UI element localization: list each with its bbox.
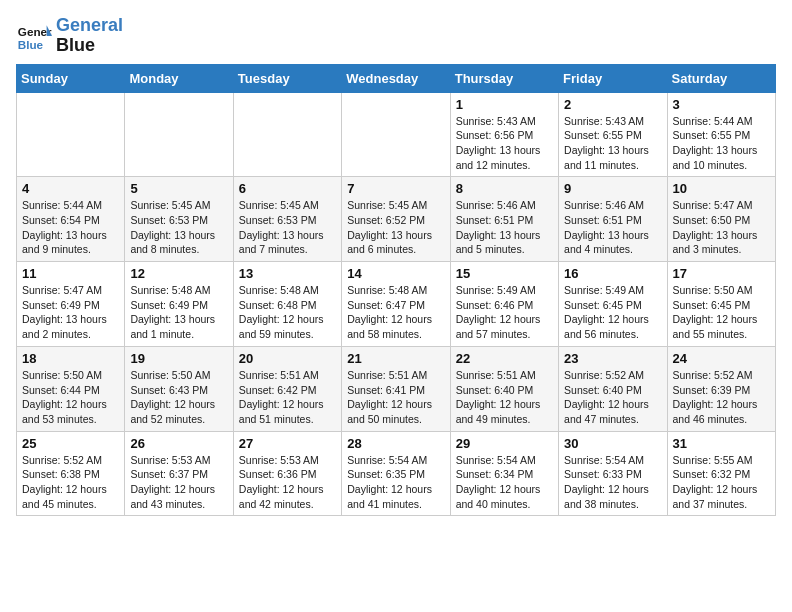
day-number: 3: [673, 97, 770, 112]
day-info: Sunrise: 5:52 AM Sunset: 6:38 PM Dayligh…: [22, 453, 119, 512]
day-number: 4: [22, 181, 119, 196]
col-header-saturday: Saturday: [667, 64, 775, 92]
day-number: 2: [564, 97, 661, 112]
day-info: Sunrise: 5:43 AM Sunset: 6:55 PM Dayligh…: [564, 114, 661, 173]
week-row-3: 11Sunrise: 5:47 AM Sunset: 6:49 PM Dayli…: [17, 262, 776, 347]
day-info: Sunrise: 5:54 AM Sunset: 6:33 PM Dayligh…: [564, 453, 661, 512]
day-cell: 25Sunrise: 5:52 AM Sunset: 6:38 PM Dayli…: [17, 431, 125, 516]
day-number: 14: [347, 266, 444, 281]
day-number: 26: [130, 436, 227, 451]
day-info: Sunrise: 5:47 AM Sunset: 6:50 PM Dayligh…: [673, 198, 770, 257]
day-info: Sunrise: 5:48 AM Sunset: 6:48 PM Dayligh…: [239, 283, 336, 342]
col-header-monday: Monday: [125, 64, 233, 92]
day-cell: 15Sunrise: 5:49 AM Sunset: 6:46 PM Dayli…: [450, 262, 558, 347]
day-info: Sunrise: 5:52 AM Sunset: 6:40 PM Dayligh…: [564, 368, 661, 427]
day-number: 27: [239, 436, 336, 451]
day-info: Sunrise: 5:50 AM Sunset: 6:45 PM Dayligh…: [673, 283, 770, 342]
day-cell: 20Sunrise: 5:51 AM Sunset: 6:42 PM Dayli…: [233, 346, 341, 431]
day-cell: 2Sunrise: 5:43 AM Sunset: 6:55 PM Daylig…: [559, 92, 667, 177]
day-info: Sunrise: 5:45 AM Sunset: 6:52 PM Dayligh…: [347, 198, 444, 257]
day-cell: 12Sunrise: 5:48 AM Sunset: 6:49 PM Dayli…: [125, 262, 233, 347]
day-number: 22: [456, 351, 553, 366]
day-info: Sunrise: 5:55 AM Sunset: 6:32 PM Dayligh…: [673, 453, 770, 512]
day-cell: 13Sunrise: 5:48 AM Sunset: 6:48 PM Dayli…: [233, 262, 341, 347]
day-info: Sunrise: 5:54 AM Sunset: 6:34 PM Dayligh…: [456, 453, 553, 512]
day-cell: 6Sunrise: 5:45 AM Sunset: 6:53 PM Daylig…: [233, 177, 341, 262]
col-header-thursday: Thursday: [450, 64, 558, 92]
logo-icon: General Blue: [16, 18, 52, 54]
day-cell: 27Sunrise: 5:53 AM Sunset: 6:36 PM Dayli…: [233, 431, 341, 516]
day-cell: [342, 92, 450, 177]
day-cell: 31Sunrise: 5:55 AM Sunset: 6:32 PM Dayli…: [667, 431, 775, 516]
day-info: Sunrise: 5:46 AM Sunset: 6:51 PM Dayligh…: [456, 198, 553, 257]
svg-text:Blue: Blue: [18, 37, 44, 50]
day-cell: 1Sunrise: 5:43 AM Sunset: 6:56 PM Daylig…: [450, 92, 558, 177]
day-number: 17: [673, 266, 770, 281]
day-cell: [233, 92, 341, 177]
day-info: Sunrise: 5:54 AM Sunset: 6:35 PM Dayligh…: [347, 453, 444, 512]
day-number: 1: [456, 97, 553, 112]
day-cell: 16Sunrise: 5:49 AM Sunset: 6:45 PM Dayli…: [559, 262, 667, 347]
week-row-1: 1Sunrise: 5:43 AM Sunset: 6:56 PM Daylig…: [17, 92, 776, 177]
day-cell: 17Sunrise: 5:50 AM Sunset: 6:45 PM Dayli…: [667, 262, 775, 347]
day-number: 16: [564, 266, 661, 281]
day-info: Sunrise: 5:48 AM Sunset: 6:49 PM Dayligh…: [130, 283, 227, 342]
day-info: Sunrise: 5:44 AM Sunset: 6:55 PM Dayligh…: [673, 114, 770, 173]
day-info: Sunrise: 5:49 AM Sunset: 6:46 PM Dayligh…: [456, 283, 553, 342]
day-cell: 21Sunrise: 5:51 AM Sunset: 6:41 PM Dayli…: [342, 346, 450, 431]
day-cell: 9Sunrise: 5:46 AM Sunset: 6:51 PM Daylig…: [559, 177, 667, 262]
day-number: 29: [456, 436, 553, 451]
day-cell: 24Sunrise: 5:52 AM Sunset: 6:39 PM Dayli…: [667, 346, 775, 431]
page-header: General Blue GeneralBlue: [16, 16, 776, 56]
day-number: 23: [564, 351, 661, 366]
day-cell: [17, 92, 125, 177]
day-number: 6: [239, 181, 336, 196]
day-info: Sunrise: 5:47 AM Sunset: 6:49 PM Dayligh…: [22, 283, 119, 342]
day-cell: 3Sunrise: 5:44 AM Sunset: 6:55 PM Daylig…: [667, 92, 775, 177]
day-info: Sunrise: 5:53 AM Sunset: 6:36 PM Dayligh…: [239, 453, 336, 512]
day-info: Sunrise: 5:44 AM Sunset: 6:54 PM Dayligh…: [22, 198, 119, 257]
day-info: Sunrise: 5:51 AM Sunset: 6:42 PM Dayligh…: [239, 368, 336, 427]
calendar-table: SundayMondayTuesdayWednesdayThursdayFrid…: [16, 64, 776, 517]
col-header-tuesday: Tuesday: [233, 64, 341, 92]
day-cell: 19Sunrise: 5:50 AM Sunset: 6:43 PM Dayli…: [125, 346, 233, 431]
day-info: Sunrise: 5:50 AM Sunset: 6:44 PM Dayligh…: [22, 368, 119, 427]
day-cell: 30Sunrise: 5:54 AM Sunset: 6:33 PM Dayli…: [559, 431, 667, 516]
logo: General Blue GeneralBlue: [16, 16, 123, 56]
day-info: Sunrise: 5:51 AM Sunset: 6:41 PM Dayligh…: [347, 368, 444, 427]
col-header-friday: Friday: [559, 64, 667, 92]
day-number: 20: [239, 351, 336, 366]
day-info: Sunrise: 5:51 AM Sunset: 6:40 PM Dayligh…: [456, 368, 553, 427]
day-number: 31: [673, 436, 770, 451]
day-number: 5: [130, 181, 227, 196]
day-number: 28: [347, 436, 444, 451]
day-cell: 14Sunrise: 5:48 AM Sunset: 6:47 PM Dayli…: [342, 262, 450, 347]
col-header-sunday: Sunday: [17, 64, 125, 92]
day-number: 30: [564, 436, 661, 451]
day-cell: 4Sunrise: 5:44 AM Sunset: 6:54 PM Daylig…: [17, 177, 125, 262]
day-info: Sunrise: 5:43 AM Sunset: 6:56 PM Dayligh…: [456, 114, 553, 173]
day-cell: 8Sunrise: 5:46 AM Sunset: 6:51 PM Daylig…: [450, 177, 558, 262]
day-cell: 10Sunrise: 5:47 AM Sunset: 6:50 PM Dayli…: [667, 177, 775, 262]
day-info: Sunrise: 5:46 AM Sunset: 6:51 PM Dayligh…: [564, 198, 661, 257]
day-number: 8: [456, 181, 553, 196]
day-number: 15: [456, 266, 553, 281]
week-row-5: 25Sunrise: 5:52 AM Sunset: 6:38 PM Dayli…: [17, 431, 776, 516]
day-number: 10: [673, 181, 770, 196]
day-number: 9: [564, 181, 661, 196]
day-info: Sunrise: 5:50 AM Sunset: 6:43 PM Dayligh…: [130, 368, 227, 427]
day-cell: 26Sunrise: 5:53 AM Sunset: 6:37 PM Dayli…: [125, 431, 233, 516]
day-cell: 18Sunrise: 5:50 AM Sunset: 6:44 PM Dayli…: [17, 346, 125, 431]
day-cell: 29Sunrise: 5:54 AM Sunset: 6:34 PM Dayli…: [450, 431, 558, 516]
day-number: 21: [347, 351, 444, 366]
day-info: Sunrise: 5:52 AM Sunset: 6:39 PM Dayligh…: [673, 368, 770, 427]
week-row-2: 4Sunrise: 5:44 AM Sunset: 6:54 PM Daylig…: [17, 177, 776, 262]
day-cell: 22Sunrise: 5:51 AM Sunset: 6:40 PM Dayli…: [450, 346, 558, 431]
col-header-wednesday: Wednesday: [342, 64, 450, 92]
day-number: 25: [22, 436, 119, 451]
day-number: 19: [130, 351, 227, 366]
day-cell: 23Sunrise: 5:52 AM Sunset: 6:40 PM Dayli…: [559, 346, 667, 431]
day-number: 18: [22, 351, 119, 366]
day-info: Sunrise: 5:53 AM Sunset: 6:37 PM Dayligh…: [130, 453, 227, 512]
day-number: 11: [22, 266, 119, 281]
